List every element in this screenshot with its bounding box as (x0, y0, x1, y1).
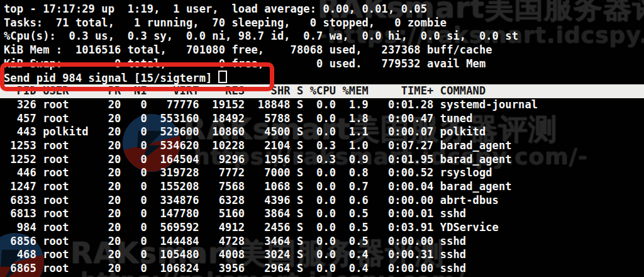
process-row: 326 root 20 0 77776 19152 18848 S 0.0 1.… (0, 98, 644, 112)
process-row: 1253 root 20 0 534620 10228 2104 S 0.3 1… (0, 139, 644, 153)
uptime-line: top - 17:17:29 up 1:19, 1 user, load ave… (0, 3, 644, 16)
signal-prompt-text: Send pid 984 signal [15/sigterm] (4, 72, 212, 84)
process-row: 984 root 20 0 569592 4912 2456 S 0.0 0.5… (0, 221, 644, 235)
process-row: 1252 root 20 0 164504 9296 1956 S 0.3 0.… (0, 153, 644, 167)
terminal-screen[interactable]: RAKsmart美国服务器评测 -https://raksmart.idcspy… (0, 0, 644, 277)
tasks-line: Tasks: 71 total, 1 running, 70 sleeping,… (0, 16, 644, 30)
process-row: 443 polkitd 20 0 529600 10860 4500 S 0.0… (0, 125, 644, 139)
signal-prompt-line[interactable]: Send pid 984 signal [15/sigterm] (0, 71, 644, 84)
process-table-header: PID USER PR NI VIRT RES SHR S %CPU %MEM … (0, 84, 644, 98)
process-row: 6856 root 20 0 144484 4728 3464 S 0.0 0.… (0, 235, 644, 249)
process-table: 326 root 20 0 77776 19152 18848 S 0.0 1.… (0, 98, 644, 276)
terminal-cursor (218, 71, 227, 83)
process-row: 6865 root 20 0 106824 3956 2964 S 0.0 0.… (0, 262, 644, 276)
top-output: top - 17:17:29 up 1:19, 1 user, load ave… (0, 3, 644, 276)
swap-line: KiB Swap: 0 total, 0 free, 0 used. 77953… (0, 57, 644, 71)
process-row: 457 root 20 0 553160 18492 5788 S 0.0 1.… (0, 112, 644, 126)
cpu-line: %Cpu(s): 0.3 us, 0.3 sy, 0.0 ni, 98.7 id… (0, 30, 644, 43)
process-row: 446 root 20 0 319728 7772 7000 S 0.0 0.8… (0, 166, 644, 180)
mem-line: KiB Mem : 1016516 total, 701080 free, 78… (0, 43, 644, 57)
process-row: 468 root 20 0 105480 4008 3024 S 0.0 0.4… (0, 248, 644, 262)
process-row: 6813 root 20 0 147780 5160 3864 S 0.0 0.… (0, 207, 644, 221)
process-row: 6833 root 20 0 334876 6328 4396 S 0.0 0.… (0, 194, 644, 208)
process-row: 1247 root 20 0 155208 7568 1068 S 0.0 0.… (0, 180, 644, 194)
